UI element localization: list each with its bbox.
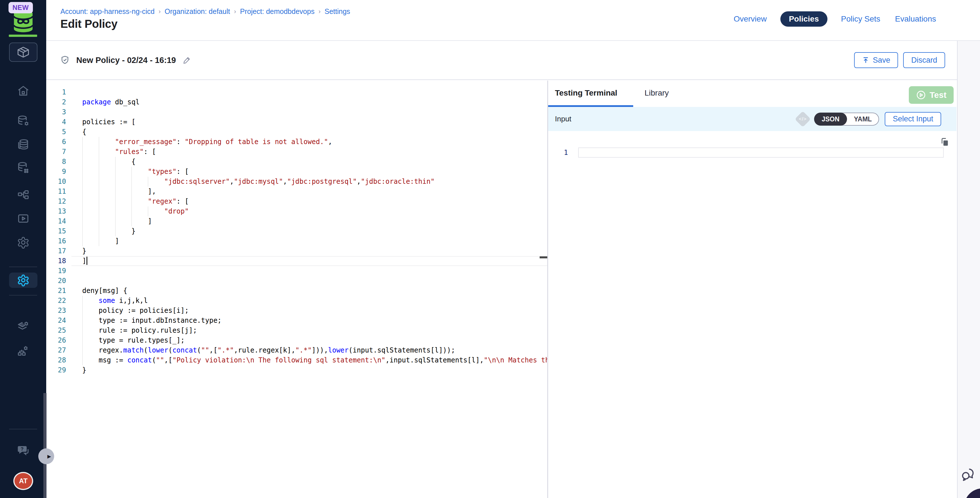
sidebar-item-db-instances[interactable] [0,114,46,129]
line-number: 25 [46,326,66,336]
upload-icon [862,56,869,64]
sidebar-item-settings-module[interactable] [0,235,46,250]
sidebar-scrollbar[interactable] [43,393,46,498]
code-line[interactable]: msg := concat("",["Policy violation:\n T… [82,355,547,365]
code-line[interactable]: { [82,127,547,137]
code-line[interactable] [82,107,547,117]
code-line[interactable]: } [82,365,547,375]
code-line[interactable]: "jdbc:sqlserver","jdbc:mysql","jdbc:post… [82,177,547,187]
breadcrumb-item[interactable]: Account: app-harness-ng-cicd [60,7,154,16]
line-number: 5 [46,127,66,137]
select-input-button[interactable]: Select Input [885,112,941,126]
code-token: regex. [99,346,123,354]
breadcrumb-item[interactable]: Settings [325,7,350,16]
code-token-string: ".*" [218,346,234,354]
indent-guide [82,326,99,336]
code-line[interactable]: package db_sql [82,97,547,107]
app-logo[interactable]: NEW [0,0,46,38]
discard-button[interactable]: Discard [903,52,945,68]
code-line[interactable]: regex.match(lower(concat("",[".*",rule.r… [82,345,547,355]
sidebar-item-org-settings[interactable] [0,344,46,359]
indent-guide [99,177,115,187]
sidebar-item-databases[interactable] [0,137,46,152]
code-line[interactable] [82,266,547,276]
input-editor[interactable]: 1 [548,131,956,498]
code-token: : [177,138,185,146]
code-line[interactable]: policies := [ [82,117,547,127]
code-line[interactable]: ] [82,256,547,266]
indent-guide [99,137,115,147]
database-dots-icon [17,161,30,174]
format-option-yaml[interactable]: YAML [847,113,878,125]
code-token: , [328,138,332,146]
format-option-json[interactable]: JSON [814,113,847,126]
code-line[interactable]: policy := policies[i]; [82,306,547,316]
code-line[interactable]: ] [82,236,547,246]
code-line[interactable]: type := input.dbInstance.type; [82,316,547,326]
code-token: } [82,247,86,255]
editor-code-area[interactable]: package db_sqlpolicies := [{"error_messa… [82,88,547,375]
user-avatar[interactable]: AT [14,473,32,489]
code-token-string: "types" [148,168,177,175]
code-line[interactable]: "types": [ [82,167,547,177]
sidebar-expand-handle[interactable]: ▶ [38,449,54,464]
nav-tab-evaluations[interactable]: Evaluations [894,12,937,26]
copy-icon[interactable] [940,137,950,147]
code-line[interactable]: deny[msg] { [82,286,547,296]
sidebar-item-db-schemas[interactable] [0,160,46,175]
indent-guide [99,147,115,157]
code-line[interactable]: ] [82,216,547,226]
indent-guide [115,207,132,216]
code-token-string: "jdbc:sqlserver" [164,178,230,186]
tab-testing-terminal[interactable]: Testing Terminal [555,89,617,97]
support-chat-icon[interactable] [960,467,976,483]
sidebar-item-pipelines[interactable] [0,188,46,202]
code-line[interactable]: "rules": [ [82,147,547,157]
nav-tab-policy-sets[interactable]: Policy Sets [840,12,881,26]
code-token: } [82,366,86,374]
discard-label: Discard [911,56,937,65]
code-token: } [131,227,135,235]
help-chat-icon: ? [16,444,30,457]
nav-tab-policies[interactable]: Policies [780,11,827,27]
line-number: 10 [46,177,66,187]
edit-pencil-icon[interactable] [182,55,192,65]
sidebar-item-executions[interactable] [0,211,46,226]
nav-tab-overview[interactable]: Overview [732,12,768,26]
test-button[interactable]: Test [909,86,954,104]
input-current-line[interactable] [578,148,944,158]
code-line[interactable]: rule := policy.rules[j]; [82,326,547,336]
code-token-string: "jdbc:oracle:thin" [361,178,435,186]
code-line[interactable]: } [82,246,547,256]
code-line[interactable]: "error_message": "Dropping of table is n… [82,137,547,147]
code-line[interactable] [82,88,547,97]
code-line[interactable]: { [82,157,547,167]
code-line[interactable]: "regex": [ [82,197,547,207]
tab-library[interactable]: Library [644,89,669,97]
code-token: rule := policy.rules[j]; [99,326,197,334]
code-line[interactable]: ], [82,187,547,197]
code-token: ( [152,356,156,364]
code-line[interactable] [82,276,547,286]
breadcrumb-item[interactable]: Project: demodbdevops [240,7,315,16]
code-line[interactable]: some i,j,k,l [82,296,547,306]
indent-guide [82,316,99,326]
sidebar-item-default-settings[interactable] [0,319,46,334]
indent-guide [82,137,99,147]
rego-code-editor[interactable]: 1234567891011121314151617181920212223242… [46,81,547,498]
breadcrumb-item[interactable]: Organization: default [164,7,230,16]
sidebar-item-settings-active[interactable] [9,272,37,288]
sidebar-item-home[interactable] [0,83,46,98]
chat-widget-bubble[interactable] [964,488,980,498]
code-token: : [ [177,197,189,205]
line-number: 27 [46,345,66,355]
code-token-string: "" [201,346,209,354]
line-number: 15 [46,226,66,236]
page-header: Account: app-harness-ng-cicd›Organizatio… [46,0,980,41]
code-line[interactable]: type = rule.types[_]; [82,336,547,345]
code-line[interactable]: "drop" [82,207,547,216]
format-toggle[interactable]: JSON YAML [814,113,879,126]
sidebar-module-selector[interactable] [9,43,37,62]
save-button[interactable]: Save [854,52,898,68]
code-line[interactable]: } [82,226,547,236]
